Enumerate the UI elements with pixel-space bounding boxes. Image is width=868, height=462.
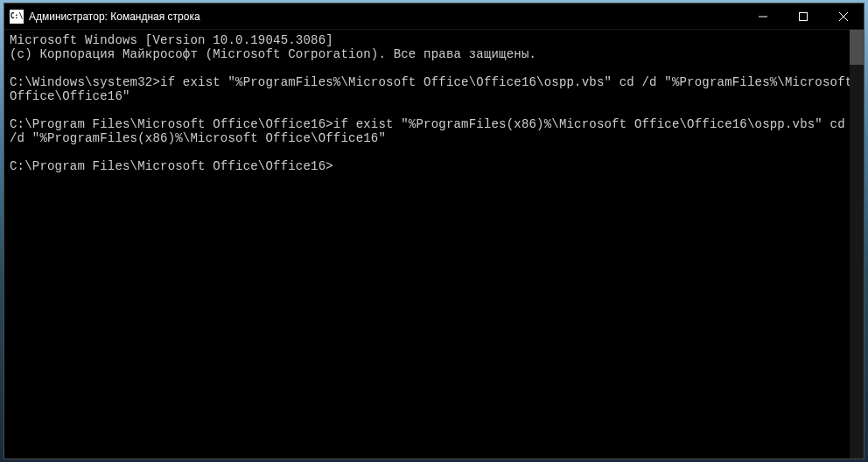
command-line: C:\Program Files\Microsoft Office\Office… xyxy=(10,117,852,145)
app-icon: C:\ xyxy=(10,10,24,24)
scrollbar[interactable] xyxy=(850,30,864,458)
close-button[interactable] xyxy=(823,4,864,29)
close-icon xyxy=(839,12,848,21)
minimize-icon xyxy=(759,12,767,21)
command-line: C:\Windows\system32>if exist "%ProgramFi… xyxy=(10,75,860,103)
app-icon-text: C:\ xyxy=(10,12,23,20)
scrollbar-thumb[interactable] xyxy=(850,30,864,65)
svg-rect-1 xyxy=(800,12,808,20)
titlebar[interactable]: C:\ Администратор: Командная строка xyxy=(4,4,864,30)
terminal-content: Microsoft Windows [Version 10.0.19045.30… xyxy=(10,33,858,173)
terminal-body[interactable]: Microsoft Windows [Version 10.0.19045.30… xyxy=(4,30,864,458)
window-title: Администратор: Командная строка xyxy=(29,10,743,23)
output-line: Microsoft Windows [Version 10.0.19045.30… xyxy=(10,33,333,47)
command-prompt-window: C:\ Администратор: Командная строка xyxy=(4,3,864,459)
maximize-icon xyxy=(799,12,808,21)
window-controls xyxy=(743,4,864,29)
output-line: (c) Корпорация Майкрософт (Microsoft Cor… xyxy=(10,47,536,61)
minimize-button[interactable] xyxy=(743,4,783,29)
maximize-button[interactable] xyxy=(783,4,823,29)
prompt-line: C:\Program Files\Microsoft Office\Office… xyxy=(10,159,333,173)
